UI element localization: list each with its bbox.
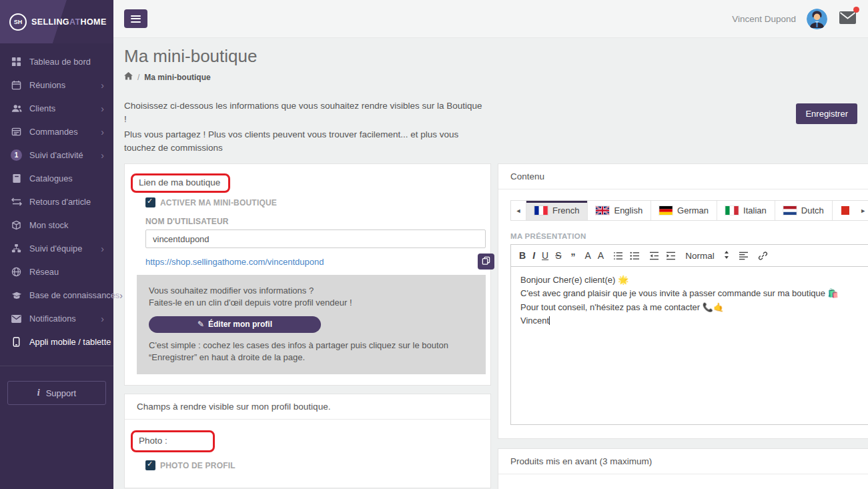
format-dropdown[interactable]: Normal: [685, 251, 729, 261]
users-icon: [11, 103, 22, 114]
copy-icon: [482, 256, 490, 267]
username-input[interactable]: [145, 229, 486, 248]
editor-line: C'est avec grand plaisir que je vous inv…: [520, 287, 861, 300]
sidebar-divider: [0, 366, 113, 366]
photo-label: Photo :: [139, 436, 167, 446]
graduation-cap-icon: [11, 290, 22, 301]
copy-link-button[interactable]: [478, 254, 494, 270]
photo-label-annotation: Photo :: [131, 430, 215, 452]
tab-dutch[interactable]: Dutch: [775, 201, 832, 220]
flag-france-icon: [534, 206, 548, 215]
sidebar-item-catalogues[interactable]: Catalogues: [0, 167, 113, 190]
presentation-editor[interactable]: Bonjour Cher(e) client(e) 🌟 C'est avec g…: [510, 267, 868, 425]
chevron-right-icon: ›: [101, 244, 104, 254]
align-button[interactable]: [739, 252, 749, 260]
sidebar-item-appli-mobile[interactable]: Appli mobile / tablette: [0, 330, 113, 354]
editor-toolbar: B I U S ” A A: [510, 244, 868, 267]
shop-link-card: Lien de ma boutique ACTIVER MA MINI-BOUT…: [124, 163, 491, 386]
sidebar-item-mon-stock[interactable]: Mon stock: [0, 213, 113, 237]
sidebar-item-retours-article[interactable]: Retours d'article: [0, 190, 113, 213]
sidebar-item-reunions[interactable]: Réunions ›: [0, 73, 113, 97]
underline-button[interactable]: U: [542, 251, 548, 260]
ordered-list-button[interactable]: [613, 252, 623, 260]
info-icon: i: [37, 388, 40, 398]
sidebar-nav: Tableau de bord Réunions › Clients › Com…: [0, 43, 113, 354]
editor-line: Pour tout conseil, n'hésitez pas à me co…: [520, 301, 861, 314]
content-card: Contenu ◄ French English: [498, 163, 868, 439]
tab-partial-next-language[interactable]: [832, 201, 856, 220]
edit-info-line1: Vous souhaitez modifier vos informations…: [149, 285, 474, 297]
activate-shop-checkbox[interactable]: [145, 197, 155, 207]
calendar-icon: [11, 79, 22, 91]
flag-uk-icon: [596, 206, 609, 215]
outdent-button[interactable]: [649, 252, 659, 260]
sidebar-item-suivi-activite[interactable]: 1 Suivi d'activité ›: [0, 143, 113, 167]
bullet-list-button[interactable]: [630, 252, 640, 260]
chevron-right-icon: ›: [101, 104, 104, 113]
activity-badge-icon: 1: [11, 149, 22, 161]
bold-button[interactable]: B: [519, 251, 526, 260]
topbar: Vincent Dupond: [113, 0, 868, 38]
sidebar-item-suivi-equipe[interactable]: Suivi d'équipe ›: [0, 237, 113, 260]
chevron-right-icon: ›: [101, 127, 104, 137]
edit-info-note: C'est simple : cochez les cases des info…: [149, 340, 474, 364]
box-icon: [11, 219, 22, 231]
flag-italy-icon: [725, 206, 739, 215]
editor-line: Vincent: [520, 314, 861, 328]
presentation-label: MA PRÉSENTATION: [510, 232, 868, 240]
link-button[interactable]: [758, 251, 768, 261]
user-name[interactable]: Vincent Dupond: [732, 14, 796, 24]
sidebar-item-base-de-connaissances[interactable]: Base de connaissances ›: [0, 284, 113, 307]
sidebar-item-clients[interactable]: Clients ›: [0, 97, 113, 120]
mobile-icon: [11, 336, 22, 348]
tab-english[interactable]: English: [587, 201, 650, 220]
orders-icon: [11, 126, 22, 137]
sidebar-item-reseau[interactable]: Réseau: [0, 260, 113, 284]
edit-info-box: Vous souhaitez modifier vos informations…: [137, 275, 486, 374]
avatar[interactable]: [807, 9, 827, 29]
activate-shop-label: ACTIVER MA MINI-BOUTIQUE: [160, 198, 277, 207]
sidebar-item-commandes[interactable]: Commandes ›: [0, 120, 113, 143]
edit-profile-button[interactable]: ✎ Éditer mon profil: [149, 316, 321, 333]
shop-url-link[interactable]: https://shop.sellingathome.com/vincentdu…: [145, 257, 324, 267]
chevron-right-icon: ›: [119, 291, 123, 300]
sidebar: SH SELLINGATHOME Tableau de bord Réunion…: [0, 0, 113, 489]
support-button[interactable]: i Support: [7, 381, 106, 405]
page-title: Ma mini-boutique: [124, 46, 857, 67]
tab-german[interactable]: German: [650, 201, 717, 220]
intro-text: Choisissez ci-dessous les informations q…: [124, 99, 484, 154]
tab-italian[interactable]: Italian: [717, 201, 775, 220]
sidebar-item-tableau-de-bord[interactable]: Tableau de bord: [0, 50, 113, 73]
globe-icon: [11, 266, 22, 278]
sidebar-item-notifications[interactable]: Notifications ›: [0, 307, 113, 330]
tabs-scroll-right-button[interactable]: ►: [856, 201, 868, 220]
blockquote-button[interactable]: ”: [570, 252, 575, 262]
tabs-scroll-left-button[interactable]: ◄: [511, 201, 526, 220]
italic-button[interactable]: I: [532, 251, 535, 260]
save-button[interactable]: Enregistrer: [796, 103, 857, 124]
flag-germany-icon: [659, 206, 673, 215]
featured-products-card: Produits mis en avant (3 maximum) PRODUI…: [498, 448, 868, 489]
flag-netherlands-icon: [783, 206, 797, 215]
username-label: NOM D'UTILISATEUR: [145, 217, 478, 226]
home-icon[interactable]: [124, 72, 133, 82]
app-logo[interactable]: SH SELLINGATHOME: [0, 0, 113, 43]
messages-icon[interactable]: [839, 11, 856, 27]
strikethrough-button[interactable]: S: [555, 251, 561, 260]
profile-photo-label: PHOTO DE PROFIL: [160, 461, 236, 470]
flag-partial-icon: [841, 206, 849, 215]
hamburger-icon: [131, 15, 141, 23]
text-color-button[interactable]: A: [584, 251, 590, 260]
pencil-icon: ✎: [197, 320, 204, 329]
highlight-color-button[interactable]: A: [598, 251, 604, 260]
indent-button[interactable]: [666, 252, 676, 260]
menu-toggle-button[interactable]: [124, 9, 147, 28]
dropdown-arrows-icon: [724, 251, 729, 261]
envelope-icon: [11, 313, 22, 324]
chevron-right-icon: ›: [101, 81, 104, 90]
language-tabbar: ◄ French English German: [510, 200, 868, 221]
profile-photo-checkbox[interactable]: [145, 460, 155, 470]
tab-french[interactable]: French: [526, 201, 587, 220]
chevron-right-icon: ›: [101, 151, 104, 160]
editor-line: Bonjour Cher(e) client(e) 🌟: [520, 274, 861, 287]
